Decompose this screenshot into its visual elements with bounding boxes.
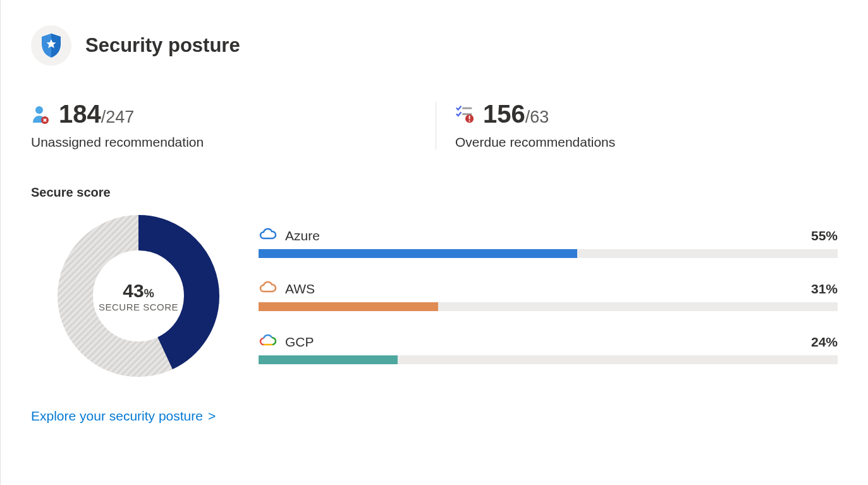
- secure-score-heading: Secure score: [31, 185, 838, 200]
- top-stats: 184 /247 Unassigned recommendation: [31, 101, 838, 150]
- stat-unassigned-total: /247: [101, 107, 135, 127]
- provider-score-bars: Azure55%AWS31%GCP24%: [259, 228, 838, 364]
- provider-bar-fill: [259, 355, 398, 364]
- svg-rect-9: [469, 120, 470, 121]
- stat-unassigned-value: 184 /247: [59, 101, 134, 127]
- secure-score-donut: 43% SECURE SCORE: [56, 214, 221, 378]
- provider-percent: 31%: [811, 281, 838, 297]
- provider-bar-fill: [259, 302, 438, 311]
- cloud-azure-icon: [259, 228, 278, 244]
- provider-row-gcp[interactable]: GCP24%: [259, 334, 838, 364]
- stat-unassigned-big: 184: [59, 101, 101, 126]
- stat-overdue[interactable]: 156 /63 Overdue recommendations: [436, 101, 615, 150]
- card-header: Security posture: [31, 25, 838, 66]
- cloud-gcp-icon: [259, 334, 278, 350]
- cloud-aws-icon: [259, 281, 278, 297]
- shield-icon: [31, 25, 71, 66]
- secure-score-area: 43% SECURE SCORE Azure55%AWS31%GCP24%: [31, 214, 838, 378]
- stat-overdue-label: Overdue recommendations: [455, 135, 615, 150]
- provider-bar-track: [259, 249, 838, 258]
- percent-sign: %: [144, 287, 154, 300]
- person-unassigned-icon: [31, 104, 51, 125]
- card-title: Security posture: [85, 34, 240, 57]
- security-posture-card: Security posture 184 /247: [0, 0, 868, 485]
- provider-name: AWS: [285, 281, 315, 297]
- provider-bar-track: [259, 355, 838, 364]
- checklist-alert-icon: [455, 104, 475, 125]
- svg-point-1: [35, 106, 43, 114]
- provider-row-aws[interactable]: AWS31%: [259, 281, 838, 311]
- provider-bar-track: [259, 302, 838, 311]
- secure-score-sublabel: SECURE SCORE: [99, 302, 178, 312]
- svg-rect-8: [469, 115, 470, 119]
- provider-name: Azure: [285, 228, 320, 243]
- provider-percent: 55%: [811, 228, 838, 243]
- stat-overdue-value: 156 /63: [483, 101, 549, 127]
- provider-bar-fill: [259, 249, 577, 258]
- provider-name: GCP: [285, 335, 314, 350]
- explore-link-text: Explore your security posture: [31, 408, 203, 424]
- svg-rect-5: [462, 107, 472, 109]
- secure-score-number: 43: [123, 280, 144, 301]
- explore-security-posture-link[interactable]: Explore your security posture >: [31, 408, 216, 424]
- stat-overdue-big: 156: [483, 101, 525, 126]
- stat-unassigned-label: Unassigned recommendation: [31, 135, 436, 150]
- stat-overdue-total: /63: [525, 107, 549, 127]
- provider-percent: 24%: [811, 335, 838, 350]
- chevron-right-icon: >: [208, 408, 216, 424]
- secure-score-value: 43%: [123, 280, 154, 302]
- provider-row-azure[interactable]: Azure55%: [259, 228, 838, 258]
- stat-unassigned[interactable]: 184 /247 Unassigned recommendation: [31, 101, 436, 150]
